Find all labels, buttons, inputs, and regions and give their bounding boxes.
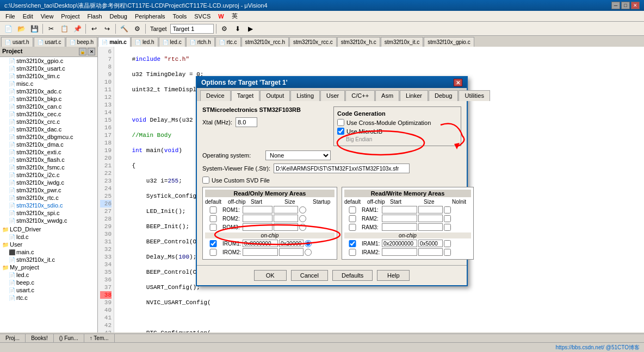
microlib-check[interactable] (337, 128, 344, 135)
help-button[interactable]: Help (377, 270, 410, 281)
ro-onchip-label: on-chip (205, 232, 335, 238)
ram2-noinit[interactable] (444, 215, 451, 222)
sviewer-input[interactable] (274, 164, 410, 173)
status-bar: https://bbs.csdn.net/ @51CTO博客 (0, 342, 644, 352)
rom2-start[interactable] (243, 215, 273, 222)
ro-col-startup: Startup (313, 199, 335, 205)
rw-col-start: Start (390, 199, 423, 205)
irom1-startup[interactable] (305, 240, 312, 247)
rom1-label: ROM1: (222, 207, 242, 213)
rom1-default-check[interactable] (205, 206, 221, 213)
irom2-row: IROM2: (205, 248, 335, 256)
ro-col-size: Size (284, 199, 312, 205)
ram2-default-check[interactable] (344, 215, 361, 222)
custom-svd-label: Use Custom SVD File (212, 177, 270, 184)
rom1-row: ROM1: (205, 206, 335, 213)
sviewer-row: System-Viewer File (.Str): (202, 164, 461, 173)
ram3-noinit[interactable] (444, 224, 451, 231)
bottom-tab-tem[interactable]: ↑ Tem... (84, 334, 115, 342)
bottom-tab-fun[interactable]: () Fun... (54, 334, 84, 342)
rom2-startup[interactable] (299, 215, 306, 222)
ok-button[interactable]: OK (254, 270, 287, 281)
read-only-box: Read/Only Memory Areas default off-chip … (202, 187, 337, 260)
iram1-size[interactable] (418, 240, 443, 247)
irom1-default-check[interactable] (205, 240, 221, 247)
tab-cc[interactable]: C/C++ (345, 90, 375, 101)
bottom-tab-proj[interactable]: Proj... (0, 334, 26, 342)
ram1-default-check[interactable] (344, 206, 361, 213)
rom1-startup[interactable] (299, 206, 306, 213)
xtal-input[interactable] (236, 117, 257, 127)
irom1-size[interactable] (279, 240, 304, 247)
cross-module-check[interactable] (337, 119, 344, 126)
ram1-label: RAM1: (362, 207, 381, 213)
dialog-overlay: Options for Target 'Target 1' ✕ Device T… (0, 0, 644, 352)
dialog-close-btn[interactable]: ✕ (454, 79, 462, 86)
ram2-size[interactable] (418, 215, 443, 222)
rom3-startup[interactable] (299, 224, 306, 231)
microlib-row: Use MicroLIB (337, 128, 457, 135)
cancel-button[interactable]: Cancel (291, 270, 328, 281)
panel-bottom-tabs: Proj... Books! () Fun... ↑ Tem... (0, 334, 644, 342)
ram1-noinit[interactable] (444, 206, 451, 213)
status-right: https://bbs.csdn.net/ @51CTO博客 (556, 344, 640, 351)
ram1-size[interactable] (418, 206, 443, 213)
irom2-size[interactable] (279, 248, 304, 256)
iram2-default-check[interactable] (344, 249, 361, 256)
ram3-size[interactable] (418, 223, 443, 231)
rom3-size[interactable] (274, 223, 298, 231)
options-dialog: Options for Target 'Target 1' ✕ Device T… (196, 76, 468, 286)
rom3-default-check[interactable] (205, 224, 221, 231)
ram1-start[interactable] (382, 206, 417, 213)
ro-col-default: default (205, 199, 227, 205)
tab-target[interactable]: Target (231, 90, 260, 101)
rom2-default-check[interactable] (205, 215, 221, 222)
tab-linker[interactable]: Linker (400, 90, 428, 101)
iram1-label: IRAM1: (362, 241, 381, 247)
tab-device[interactable]: Device (200, 90, 231, 101)
defaults-button[interactable]: Defaults (332, 270, 373, 281)
tab-output[interactable]: Output (260, 90, 290, 101)
tab-listing[interactable]: Listing (290, 90, 320, 101)
irom1-label: IROM1: (222, 241, 242, 247)
code-gen-box: Code Generation Use Cross-Module Optimiz… (333, 106, 461, 146)
irom1-start[interactable] (243, 240, 278, 247)
irom2-startup[interactable] (305, 249, 312, 256)
ram1-row: RAM1: (344, 206, 471, 213)
tab-asm[interactable]: Asm (375, 90, 399, 101)
iram1-default-check[interactable] (344, 240, 361, 247)
rom3-row: ROM3: (205, 223, 335, 231)
read-write-box: Read/Write Memory Areas default off-chip… (342, 187, 474, 260)
iram1-start[interactable] (382, 240, 417, 247)
iram2-size[interactable] (418, 248, 443, 256)
ram2-start[interactable] (382, 215, 417, 222)
ram3-start[interactable] (382, 223, 417, 231)
os-select[interactable]: None (265, 150, 331, 160)
tab-debug[interactable]: Debug (429, 90, 458, 101)
tab-user[interactable]: User (320, 90, 345, 101)
rom2-size[interactable] (274, 215, 298, 222)
custom-svd-check[interactable] (202, 177, 209, 184)
rom3-start[interactable] (243, 223, 273, 231)
irom2-start[interactable] (243, 248, 278, 256)
code-gen-title: Code Generation (337, 110, 457, 117)
os-label: Operating system: (202, 152, 262, 159)
irom2-default-check[interactable] (205, 249, 221, 256)
xtal-row: Xtal (MHz): (202, 117, 323, 127)
microlib-label: Use MicroLIB (346, 128, 382, 135)
iram1-noinit[interactable] (444, 240, 451, 247)
dialog-title-text: Options for Target 'Target 1' (201, 79, 288, 86)
iram2-start[interactable] (382, 248, 417, 256)
read-write-title: Read/Write Memory Areas (344, 190, 471, 197)
tab-utilities[interactable]: Utilities (459, 90, 490, 101)
rom1-size[interactable] (274, 206, 298, 213)
rom1-start[interactable] (243, 206, 273, 213)
bottom-tab-books[interactable]: Books! (26, 334, 54, 342)
iram2-noinit[interactable] (444, 249, 451, 256)
rw-col-offchip: off-chip (367, 199, 389, 205)
cross-module-row: Use Cross-Module Optimization (337, 119, 457, 126)
rom2-label: ROM2: (222, 216, 242, 222)
xtal-label: Xtal (MHz): (202, 119, 232, 125)
read-write-header: default off-chip Start Size NoInit (344, 199, 471, 205)
ram3-default-check[interactable] (344, 224, 361, 231)
